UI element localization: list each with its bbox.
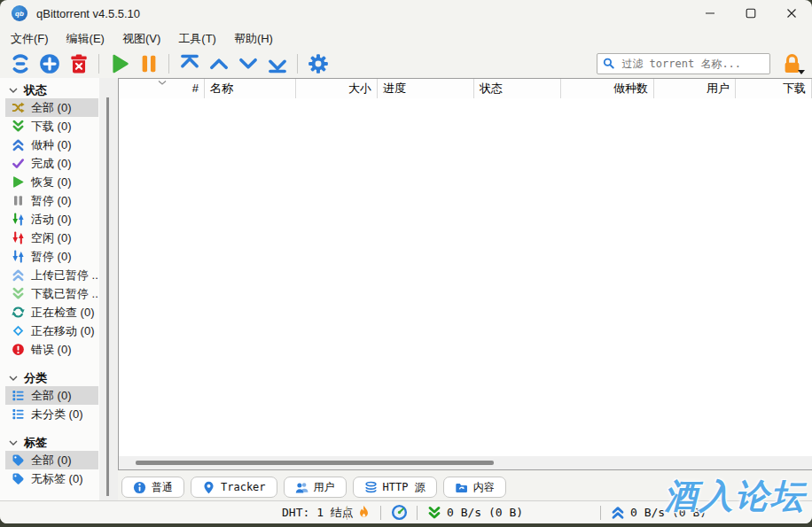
menu-tools[interactable]: 工具(T) <box>169 28 225 50</box>
tab-http-sources[interactable]: HTTP 源 <box>353 477 437 498</box>
column-header-seeds[interactable]: 做种数 <box>561 79 654 98</box>
title-bar: qb qBittorrent v4.5.5.10 <box>0 0 812 27</box>
pause-icon <box>137 52 160 75</box>
section-header-status[interactable]: 状态 <box>0 81 99 98</box>
sort-chevron-down-icon <box>158 81 167 85</box>
menu-view[interactable]: 视图(V) <box>113 28 169 50</box>
connection-status-button[interactable] <box>391 501 408 523</box>
sidebar-item-status-paused[interactable]: 暂停 (0) <box>5 191 98 210</box>
minimize-icon <box>705 8 715 19</box>
menu-help[interactable]: 帮助(H) <box>225 28 282 50</box>
flame-icon <box>356 505 371 520</box>
qbittorrent-window: qb qBittorrent v4.5.5.10 文件(F) 编辑(E) 视图(… <box>0 0 812 523</box>
column-header-progress[interactable]: 进度 <box>378 79 474 98</box>
section-header-tags[interactable]: 标签 <box>0 434 99 451</box>
dht-nodes-label: DHT: 1 结点 <box>282 501 354 523</box>
sidebar-item-status-seeding[interactable]: 做种 (0) <box>5 136 98 154</box>
sidebar-item-status-moving[interactable]: 正在移动 (0) <box>5 322 98 340</box>
diamond-icon <box>12 324 25 337</box>
horizontal-scrollbar-thumb[interactable] <box>136 461 494 465</box>
chevron-down-icon <box>9 88 18 93</box>
statusbar-separator <box>380 506 381 520</box>
close-icon <box>786 8 797 19</box>
close-button[interactable] <box>771 0 812 27</box>
category-list-icon <box>12 389 25 402</box>
speed-gauge-icon <box>391 504 408 521</box>
column-header-peers[interactable]: 用户 <box>654 79 736 98</box>
double-chevron-up-blue-icon <box>12 138 25 151</box>
torrent-table-header: # 名称 大小 进度 状态 做种数 用户 下载 <box>119 79 812 98</box>
add-torrent-file-button[interactable] <box>36 50 62 76</box>
move-up-button[interactable] <box>206 50 231 76</box>
link-icon <box>9 52 32 75</box>
sidebar-scrollbar-thumb[interactable] <box>106 97 109 496</box>
alt-speed-button[interactable] <box>356 501 371 523</box>
move-bottom-button[interactable] <box>264 50 290 76</box>
column-header-name[interactable]: 名称 <box>205 79 296 98</box>
column-header-size[interactable]: 大小 <box>296 79 378 98</box>
arrow-bottom-icon <box>266 52 289 75</box>
resume-button[interactable] <box>106 50 132 76</box>
sidebar-item-status-stalled-uploading[interactable]: 上传已暂停 ... <box>5 266 98 284</box>
column-header-download[interactable]: 下载 <box>736 79 812 98</box>
tab-general[interactable]: 普通 <box>121 477 184 498</box>
forum-watermark: 酒入论坛 <box>664 474 806 519</box>
sidebar-item-tag-all[interactable]: 全部 (0) <box>5 451 98 469</box>
database-icon <box>364 481 378 494</box>
maximize-button[interactable] <box>730 0 771 27</box>
sidebar-item-status-all[interactable]: 全部 (0) <box>5 98 98 117</box>
menu-edit[interactable]: 编辑(E) <box>58 28 113 50</box>
torrent-table: # 名称 大小 进度 状态 做种数 用户 下载 <box>118 78 812 470</box>
toolbar <box>0 50 812 79</box>
add-magnet-link-button[interactable] <box>7 50 33 76</box>
sidebar-item-category-all[interactable]: 全部 (0) <box>5 386 98 405</box>
pause-button[interactable] <box>136 50 161 76</box>
arrow-down-icon <box>237 52 260 75</box>
chevron-down-icon <box>9 440 18 446</box>
shuffle-icon <box>12 101 25 114</box>
tag-icon <box>12 453 25 467</box>
move-down-button[interactable] <box>235 50 261 76</box>
sidebar-scrollbar[interactable] <box>99 78 118 500</box>
download-speed-status[interactable]: 0 B/s (0 B) <box>427 501 523 523</box>
trash-icon <box>67 52 90 75</box>
sidebar-item-status-stalled-downloading[interactable]: 下载已暂停 ... <box>5 284 98 303</box>
gear-icon <box>307 52 330 75</box>
sidebar-item-status-completed[interactable]: 完成 (0) <box>5 154 98 173</box>
section-header-categories[interactable]: 分类 <box>0 369 99 386</box>
lock-button[interactable] <box>778 51 805 76</box>
folder-icon <box>455 481 468 494</box>
filter-search-box <box>597 53 770 74</box>
sidebar-item-tag-untagged[interactable]: 无标签 (0) <box>5 469 98 488</box>
menu-file[interactable]: 文件(F) <box>2 28 58 50</box>
sidebar-item-status-downloading[interactable]: 下载 (0) <box>5 117 98 136</box>
sidebar-item-status-inactive[interactable]: 空闲 (0) <box>5 229 98 247</box>
double-chevron-down-green-icon <box>12 120 25 133</box>
check-icon <box>12 157 25 170</box>
column-header-status[interactable]: 状态 <box>474 79 561 98</box>
filter-search-input[interactable] <box>620 57 764 71</box>
statusbar-separator <box>600 506 601 520</box>
tab-content[interactable]: 内容 <box>443 477 506 498</box>
tab-trackers[interactable]: Tracker <box>191 477 277 498</box>
arrow-up-icon <box>207 52 230 75</box>
sidebar-item-category-uncategorized[interactable]: 未分类 (0) <box>5 405 98 423</box>
pause-gray-icon <box>12 194 25 207</box>
options-button[interactable] <box>305 50 331 76</box>
toolbar-separator <box>297 54 298 74</box>
sidebar-item-status-active[interactable]: 活动 (0) <box>5 210 98 229</box>
double-chevron-up-lightblue-icon <box>12 268 25 282</box>
sidebar-item-status-stalled[interactable]: 暂停 (0) <box>5 247 98 266</box>
search-icon <box>603 57 614 70</box>
plus-circle-icon <box>38 52 61 75</box>
horizontal-scrollbar[interactable] <box>119 456 812 469</box>
minimize-button[interactable] <box>690 0 730 27</box>
sidebar-item-status-errored[interactable]: 错误 (0) <box>5 340 98 359</box>
chevron-down-icon <box>9 376 18 381</box>
arrows-down-up-blue-icon <box>12 250 25 263</box>
sidebar-item-status-resumed[interactable]: 恢复 (0) <box>5 173 98 191</box>
tab-peers[interactable]: 用户 <box>284 477 347 498</box>
delete-button[interactable] <box>66 50 91 76</box>
move-top-button[interactable] <box>176 50 202 76</box>
sidebar-item-status-checking[interactable]: 正在检查 (0) <box>5 303 98 322</box>
